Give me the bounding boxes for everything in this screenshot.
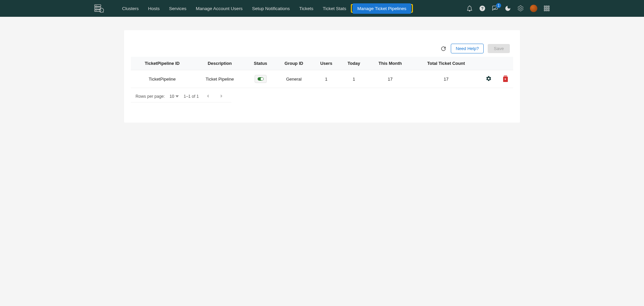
svg-text:?: ? [481, 6, 483, 10]
nav-ticket-stats[interactable]: Ticket Stats [318, 3, 351, 14]
server-logo-icon [94, 4, 104, 13]
gear-icon [486, 76, 492, 82]
delete-icon: x [503, 77, 508, 82]
pagination: Rows per page: 10 1–1 of 1 [131, 88, 231, 102]
col-status: Status [246, 57, 275, 70]
notifications-bell-icon[interactable] [466, 5, 473, 12]
pipelines-table: TicketPipeline ID Description Status Gro… [131, 57, 513, 88]
avatar[interactable] [530, 5, 537, 12]
col-group: Group ID [275, 57, 313, 70]
svg-point-6 [97, 8, 97, 8]
table-header-row: TicketPipeline ID Description Status Gro… [131, 57, 513, 70]
svg-point-7 [95, 10, 96, 11]
svg-rect-14 [546, 6, 547, 7]
svg-rect-15 [548, 6, 549, 7]
svg-rect-21 [548, 10, 549, 11]
pagination-next[interactable] [217, 93, 226, 100]
need-help-button[interactable]: Need Help? [451, 44, 484, 53]
rows-per-page-select[interactable]: 10 [170, 94, 179, 99]
cell-description: Ticket Pipeline [194, 70, 246, 88]
rows-per-page-label: Rows per page: [136, 94, 165, 99]
col-settings [480, 57, 497, 70]
nav-highlight-frame: Manage Ticket Pipelines [351, 4, 413, 13]
nav-hosts[interactable]: Hosts [144, 3, 165, 14]
row-delete-button[interactable]: x [503, 76, 508, 81]
svg-rect-20 [546, 10, 547, 11]
svg-rect-17 [546, 8, 547, 9]
row-settings-button[interactable] [486, 78, 492, 83]
refresh-button[interactable] [440, 45, 447, 52]
svg-rect-18 [548, 8, 549, 9]
svg-point-5 [95, 8, 96, 8]
inbox-badge: 1 [496, 3, 501, 8]
save-button: Save [488, 44, 510, 53]
cell-delete: x [497, 70, 513, 88]
settings-icon[interactable] [517, 5, 524, 12]
status-toggle[interactable] [255, 75, 267, 83]
col-id: TicketPipeline ID [131, 57, 194, 70]
cell-id: TicketPipeline [131, 70, 194, 88]
svg-point-4 [97, 5, 97, 6]
svg-point-3 [95, 5, 96, 6]
chevron-left-icon [206, 94, 210, 98]
cell-month: 17 [368, 70, 413, 88]
svg-rect-13 [544, 6, 545, 7]
col-today: Today [340, 57, 368, 70]
toggle-on-icon [258, 77, 264, 81]
col-delete [497, 57, 513, 70]
theme-toggle-icon[interactable] [504, 5, 511, 12]
svg-line-10 [103, 12, 104, 12]
svg-rect-16 [544, 8, 545, 9]
svg-rect-19 [544, 10, 545, 11]
cell-total: 17 [413, 70, 480, 88]
nav-manage-account-users[interactable]: Manage Account Users [191, 3, 248, 14]
cell-group: General [275, 70, 313, 88]
nav-clusters[interactable]: Clusters [117, 3, 144, 14]
apps-grid-icon[interactable] [543, 5, 550, 12]
rows-per-page-value: 10 [170, 94, 174, 99]
cell-status [246, 70, 275, 88]
col-total: Total Ticket Count [413, 57, 480, 70]
cell-settings [480, 70, 497, 88]
svg-point-8 [97, 10, 97, 11]
pagination-prev[interactable] [204, 93, 212, 100]
nav-tickets[interactable]: Tickets [294, 3, 318, 14]
col-description: Description [194, 57, 246, 70]
cell-today: 1 [340, 70, 368, 88]
cell-users: 1 [313, 70, 340, 88]
refresh-icon [440, 45, 447, 52]
inbox-icon[interactable]: 1 [492, 5, 498, 12]
help-icon[interactable]: ? [479, 5, 486, 12]
chevron-right-icon [220, 94, 223, 98]
card-toolbar: Need Help? Save [131, 44, 513, 53]
logo[interactable] [94, 4, 104, 13]
table-row: TicketPipeline Ticket Pipeline General 1… [131, 70, 513, 88]
nav-services[interactable]: Services [164, 3, 191, 14]
col-users: Users [313, 57, 340, 70]
main-nav: Clusters Hosts Services Manage Account U… [117, 3, 460, 14]
pagination-range: 1–1 of 1 [183, 94, 199, 99]
nav-setup-notifications[interactable]: Setup Notifications [247, 3, 294, 14]
avatar-image [530, 5, 537, 12]
col-month: This Month [368, 57, 413, 70]
nav-manage-ticket-pipelines[interactable]: Manage Ticket Pipelines [353, 3, 411, 14]
header-icons: ? 1 [466, 5, 550, 12]
chevron-down-icon [175, 95, 179, 97]
content-card: Need Help? Save TicketPipeline ID Descri… [124, 30, 520, 123]
